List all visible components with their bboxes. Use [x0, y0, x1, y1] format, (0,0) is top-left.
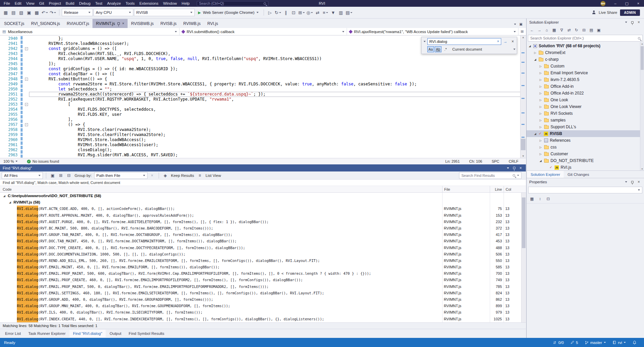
- scroll-down-icon[interactable]: ▼: [520, 155, 526, 158]
- dock-tab-git-changes[interactable]: Git Changes: [564, 171, 593, 178]
- properties-object-dropdown[interactable]: [528, 187, 642, 193]
- line-indicator[interactable]: Ln: 2951: [445, 159, 460, 163]
- menu-test[interactable]: Test: [93, 0, 105, 7]
- group-by-dropdown[interactable]: Path then File: [94, 172, 147, 179]
- tab-rvimnt-js[interactable]: RVIMNT.js×: [92, 19, 128, 28]
- pending-edits[interactable]: 5: [570, 341, 578, 345]
- chevron-collapsed-icon[interactable]: ▷: [539, 105, 542, 108]
- tree-item-solution-rvi-68-of-68-projects[interactable]: ◢Solution 'RVI' (68 of 68 projects): [527, 43, 644, 49]
- chevron-collapsed-icon[interactable]: ▷: [539, 153, 542, 156]
- chevron-collapsed-icon[interactable]: ▷: [539, 146, 542, 149]
- code-line[interactable]: 2956 ],: [0, 117, 526, 122]
- code-line[interactable]: 2953- [: [0, 102, 526, 107]
- sync-with-active-document-icon[interactable]: ⇄: [566, 27, 572, 33]
- fold-gutter[interactable]: -: [24, 46, 29, 51]
- start-debugging-button[interactable]: ▶ Web Server (Google Chrome): [195, 8, 261, 17]
- undo-icon[interactable]: ↶: [41, 8, 49, 17]
- tab-rviaudit-js[interactable]: RVIAUDIT.js: [63, 19, 92, 28]
- result-row[interactable]: RVI.dialog(RVT.DOC.TAB_MAINT, 450, 0, []…: [0, 238, 526, 244]
- save-all-icon[interactable]: ▩: [33, 8, 41, 17]
- result-row[interactable]: RVI.dialog(RVT.EMAIL.PROF_MAINT, 500, 0,…: [0, 284, 526, 290]
- tab-list-chevron-icon[interactable]: [514, 24, 516, 25]
- quick-search-input[interactable]: Search (Ctrl+Q): [197, 1, 268, 6]
- code-line[interactable]: 2951 rvwama2Store.each((storerecord) => …: [0, 92, 526, 97]
- chevron-expanded-icon[interactable]: ◢: [539, 159, 542, 162]
- code-line[interactable]: 2946 const gridConfigs = () => ({ id: me…: [0, 66, 526, 72]
- menu-tools[interactable]: Tools: [123, 0, 137, 7]
- project-dropdown[interactable]: ▤ Miscellaneous: [0, 28, 180, 35]
- menu-view[interactable]: View: [24, 0, 37, 7]
- collapse-region-icon[interactable]: -: [25, 103, 28, 106]
- find-next-icon[interactable]: →: [502, 38, 509, 45]
- tab-socket-js[interactable]: SOCKET.js: [1, 19, 28, 28]
- solution-tree-scrollbar[interactable]: ▲ ▼: [640, 42, 644, 170]
- collapse-region-icon[interactable]: -: [25, 123, 28, 126]
- code-line[interactable]: 2961 RVIMnt.Store.loadWBAccess1(user);: [0, 142, 526, 148]
- build-icon[interactable]: ⊞: [298, 8, 305, 17]
- platform-dropdown[interactable]: Any CPU: [93, 9, 133, 16]
- expand-replace-chevron-icon[interactable]: [422, 41, 427, 42]
- code-line[interactable]: 2960 RVIMnt.Store.loadWBAccess();: [0, 137, 526, 142]
- result-group-row[interactable]: ◢C:\inetpub\wwwroot\rvi\DO_NOT_DISTRIBUT…: [0, 193, 526, 199]
- code-line[interactable]: 2959 RVI.Store.clearFilter(rvwama2Store)…: [0, 132, 526, 137]
- code-line[interactable]: 2944 RVI.column(RVT.USER.NAME, "uspq", 1…: [0, 56, 526, 61]
- tree-item-chromeext[interactable]: ▷ChromeExt: [527, 49, 644, 56]
- result-row[interactable]: RVI.dialog(RVT.AUDIT.PURGE, 400, 0, [], …: [0, 219, 526, 225]
- home-icon[interactable]: ⌂: [543, 27, 550, 33]
- save-icon[interactable]: ▣: [25, 8, 33, 17]
- notifications-button[interactable]: [633, 341, 637, 345]
- back-icon[interactable]: ←: [529, 27, 535, 33]
- dock-tab-solution-explorer[interactable]: Solution Explorer: [527, 171, 564, 178]
- panel-tab-find-rvi-dialog[interactable]: Find "RVI.dialog": [70, 330, 106, 337]
- menu-debug[interactable]: Debug: [77, 0, 93, 7]
- issues-indicator[interactable]: ✓ No issues found: [21, 159, 59, 163]
- close-icon[interactable]: ×: [519, 166, 522, 170]
- float-window-icon[interactable]: ▣: [519, 22, 522, 26]
- switch-views-icon[interactable]: ▦: [551, 27, 558, 33]
- collapse-region-icon[interactable]: -: [25, 78, 28, 81]
- alphabetical-sort-icon[interactable]: ↕: [537, 195, 543, 202]
- repo-selector[interactable]: rvi: [613, 341, 626, 345]
- find-in-files-icon[interactable]: ◎: [306, 8, 314, 17]
- match-case-toggle[interactable]: Aa: [427, 46, 434, 52]
- attach-process-icon[interactable]: ⊡: [290, 8, 297, 17]
- menu-analyze[interactable]: Analyze: [105, 0, 123, 7]
- result-row[interactable]: RVI.dialog(RVT.DOC.TYPE_CREATE, 400, 0, …: [0, 245, 526, 251]
- whitespace-indicator[interactable]: SPC: [492, 159, 500, 163]
- clear-results-icon[interactable]: ×: [149, 172, 156, 179]
- close-icon[interactable]: ×: [638, 180, 640, 184]
- task-list-icon[interactable]: ▤: [345, 8, 353, 17]
- fold-gutter[interactable]: -: [24, 122, 29, 127]
- close-icon[interactable]: ×: [638, 20, 640, 24]
- tree-item-rvisb[interactable]: ◢✓JSRVISB: [527, 130, 644, 137]
- code-line[interactable]: 2963 RVI.Msg.slider(RVT.WB.ACCESS, RVT.S…: [0, 153, 526, 158]
- chevron-collapsed-icon[interactable]: ▷: [539, 119, 542, 122]
- collapse-region-icon[interactable]: -: [25, 47, 28, 50]
- tab-rvisbwb-js[interactable]: RVISBWB.js: [128, 19, 157, 28]
- admin-badge[interactable]: ADMIN: [620, 9, 640, 16]
- tree-item-one-look[interactable]: ▷One Look: [527, 97, 644, 103]
- result-scope-dropdown[interactable]: All Files: [2, 172, 43, 179]
- tab-rviwb-js[interactable]: RVIWB.js: [180, 19, 204, 28]
- result-row[interactable]: RVI.dialog(RVT.BC.MAINT, 500, 800, dialo…: [0, 225, 526, 232]
- close-icon[interactable]: ×: [122, 22, 124, 25]
- panel-tab-error-list[interactable]: Error List: [2, 330, 24, 337]
- tree-item-do-not-distribute[interactable]: ◢DO_NOT_DISTRIBUTE: [527, 157, 644, 164]
- tree-item-support-dll-s[interactable]: ▷Support DLL's: [527, 124, 644, 130]
- scroll-up-icon[interactable]: ▲: [520, 36, 526, 39]
- chevron-collapsed-icon[interactable]: ▷: [539, 139, 542, 142]
- column-col[interactable]: Col: [504, 186, 526, 192]
- result-row[interactable]: RVI.dialog(RVT.EMAIL.SETTINGS, 460, 180,…: [0, 290, 526, 296]
- solution-explorer-title-bar[interactable]: Solution Explorer ×: [527, 19, 644, 26]
- result-group-row[interactable]: ◢RVIMNT.js (58): [0, 199, 526, 206]
- result-row[interactable]: RVI.dialog(RVT.EMAIL.PROF_CREATE, 460, 0…: [0, 277, 526, 283]
- line-operations-icon[interactable]: ≡: [322, 8, 329, 17]
- property-pages-icon[interactable]: ⊡: [545, 195, 552, 202]
- result-row[interactable]: RVI.dialog(RVT.ACTN_CODE.ADD, 400, 0, []…: [0, 206, 526, 212]
- new-file-icon[interactable]: ▤: [10, 8, 17, 17]
- expand-all-icon[interactable]: ⊞: [57, 172, 64, 179]
- scroll-up-icon[interactable]: ▲: [640, 43, 644, 45]
- refresh-icon[interactable]: ↻: [573, 27, 580, 33]
- code-editor[interactable]: 2940 };2941 RVIMnt.Store.loadWBAccess1(u…: [0, 35, 526, 158]
- tree-item-rvi-sockets[interactable]: ▷RVI Sockets: [527, 110, 644, 117]
